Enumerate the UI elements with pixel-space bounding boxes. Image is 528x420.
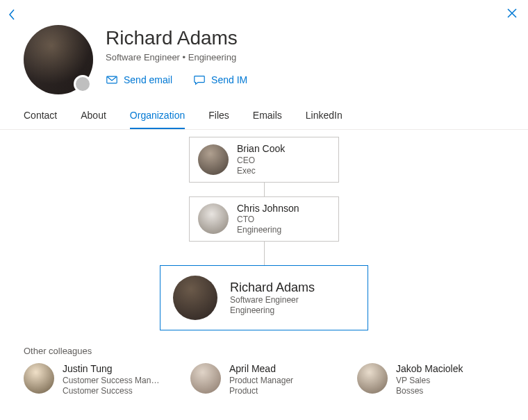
avatar-image (173, 276, 217, 320)
org-name: Brian Cook (237, 143, 285, 156)
org-tree: Brian Cook CEO Exec Chris Johnson CTO En… (24, 137, 504, 330)
colleague-role: Customer Success Man… (63, 376, 159, 386)
org-card-manager-2[interactable]: Brian Cook CEO Exec (189, 137, 339, 183)
close-icon (507, 8, 517, 18)
send-im-label: Send IM (211, 74, 247, 85)
send-im-button[interactable]: Send IM (193, 74, 247, 86)
colleague-name: April Mead (229, 363, 293, 376)
colleagues-heading: Other colleagues (24, 346, 504, 356)
avatar-image (198, 203, 229, 234)
org-role: CTO (237, 215, 299, 225)
org-dept: Engineering (230, 305, 315, 316)
tab-bar: Contact About Organization Files Emails … (0, 94, 528, 130)
org-connector (264, 242, 265, 265)
chevron-left-icon (8, 9, 15, 20)
send-email-label: Send email (124, 74, 172, 85)
colleague-card[interactable]: April Mead Product Manager Product (190, 363, 338, 396)
org-connector (264, 183, 265, 196)
tab-linkedin[interactable]: LinkedIn (306, 110, 343, 129)
colleague-dept: Bosses (396, 386, 463, 396)
tab-about[interactable]: About (81, 110, 106, 129)
colleague-dept: Product (229, 386, 293, 396)
org-name: Chris Johnson (237, 203, 299, 215)
avatar-image (190, 363, 221, 394)
colleagues-list: Justin Tung Customer Success Man… Custom… (24, 363, 504, 396)
colleague-role: VP Sales (396, 376, 463, 386)
person-subtitle: Software Engineer • Engineering (106, 52, 247, 62)
colleague-name: Justin Tung (63, 363, 159, 376)
tab-files[interactable]: Files (208, 110, 229, 129)
avatar-image (198, 144, 229, 175)
colleague-dept: Customer Success (63, 386, 159, 396)
org-card-manager-1[interactable]: Chris Johnson CTO Engineering (189, 196, 339, 242)
colleague-card[interactable]: Jakob Maciolek VP Sales Bosses (357, 363, 504, 396)
colleague-role: Product Manager (229, 376, 293, 386)
tab-emails[interactable]: Emails (253, 110, 282, 129)
mail-icon (106, 74, 118, 86)
org-role: CEO (237, 156, 285, 166)
tab-contact[interactable]: Contact (24, 110, 57, 129)
send-email-button[interactable]: Send email (106, 74, 172, 86)
profile-header: Richard Adams Software Engineer • Engine… (0, 22, 528, 94)
close-button[interactable] (506, 7, 518, 19)
person-name: Richard Adams (106, 28, 247, 49)
tab-organization[interactable]: Organization (130, 110, 185, 129)
back-button[interactable] (7, 7, 17, 22)
avatar-image (357, 363, 388, 394)
colleague-name: Jakob Maciolek (396, 363, 463, 376)
presence-indicator (74, 75, 92, 93)
content-area: Brian Cook CEO Exec Chris Johnson CTO En… (0, 130, 528, 419)
avatar[interactable] (24, 25, 93, 94)
colleague-card[interactable]: Justin Tung Customer Success Man… Custom… (24, 363, 171, 396)
org-name: Richard Adams (230, 280, 315, 296)
chat-icon (193, 74, 206, 86)
org-dept: Engineering (237, 225, 299, 235)
org-card-current[interactable]: Richard Adams Software Engineer Engineer… (160, 265, 368, 330)
org-dept: Exec (237, 166, 285, 176)
avatar-image (24, 363, 54, 394)
org-role: Software Engineer (230, 295, 315, 305)
